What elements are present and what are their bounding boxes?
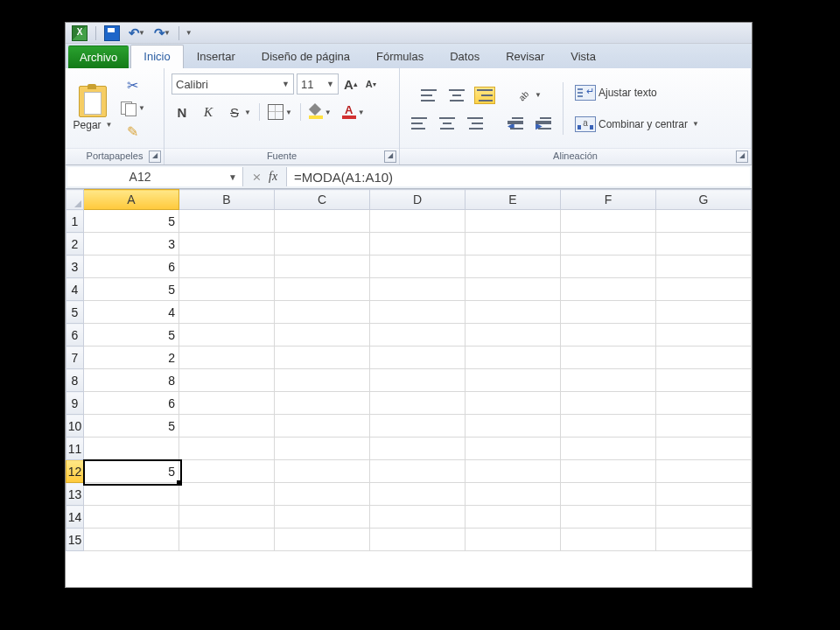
cell[interactable]	[466, 210, 561, 233]
merge-center-button[interactable]: Combinar y centrar ▼	[572, 114, 702, 135]
cell[interactable]	[84, 483, 179, 506]
column-header[interactable]: E	[466, 190, 561, 210]
cell[interactable]	[561, 301, 656, 324]
tab-review[interactable]: Revisar	[493, 45, 557, 68]
cell[interactable]	[466, 528, 561, 551]
cell[interactable]	[275, 256, 370, 278]
borders-button[interactable]: ▼	[265, 102, 295, 122]
cell[interactable]	[275, 392, 370, 415]
cut-button[interactable]: ✂	[124, 74, 141, 96]
cell[interactable]	[466, 438, 561, 460]
fill-handle[interactable]	[177, 480, 181, 485]
column-header[interactable]: C	[275, 190, 370, 210]
cell[interactable]	[370, 324, 466, 346]
cell[interactable]	[466, 460, 561, 483]
cell[interactable]	[275, 438, 370, 460]
row-header[interactable]: 12	[66, 460, 84, 483]
fx-button[interactable]: fx	[269, 170, 277, 184]
cell[interactable]	[179, 301, 275, 324]
column-header[interactable]: F	[561, 190, 656, 210]
cell[interactable]	[84, 528, 179, 551]
tab-page-layout[interactable]: Diseño de página	[248, 45, 363, 68]
undo-button[interactable]: ↶▼	[126, 23, 148, 44]
cell[interactable]: 5	[84, 278, 179, 301]
cell[interactable]	[179, 369, 275, 392]
cell[interactable]	[275, 278, 370, 301]
cell[interactable]	[179, 346, 275, 369]
cell[interactable]	[370, 256, 466, 278]
cell[interactable]: 8	[84, 369, 179, 392]
grow-font-button[interactable]: A▴	[341, 74, 360, 94]
cell[interactable]: 3	[84, 233, 179, 256]
cell[interactable]	[275, 506, 370, 528]
cell[interactable]	[466, 278, 561, 301]
cell[interactable]	[275, 346, 370, 369]
row-header[interactable]: 15	[66, 528, 84, 551]
qat-customize[interactable]: ▼	[185, 26, 195, 39]
cell[interactable]	[561, 483, 656, 506]
cell[interactable]: 6	[84, 392, 179, 415]
dialog-launcher[interactable]: ◢	[384, 150, 396, 163]
cell[interactable]	[656, 392, 752, 415]
row-header[interactable]: 14	[66, 506, 84, 528]
column-header[interactable]: A	[84, 190, 179, 210]
font-color-button[interactable]: A▼	[340, 102, 368, 122]
cell[interactable]	[561, 460, 656, 483]
cancel-icon[interactable]: ⨯	[252, 171, 262, 184]
cell[interactable]	[370, 301, 466, 324]
cell[interactable]	[656, 324, 752, 346]
cell[interactable]	[561, 278, 656, 301]
cell[interactable]	[179, 415, 275, 438]
cell[interactable]	[275, 460, 370, 483]
row-header[interactable]: 3	[66, 256, 84, 278]
row-header[interactable]: 1	[66, 210, 84, 233]
cell[interactable]	[179, 256, 275, 278]
column-header[interactable]: B	[179, 190, 275, 210]
align-right-button[interactable]	[465, 115, 486, 132]
cell[interactable]	[466, 415, 561, 438]
row-header[interactable]: 5	[66, 301, 84, 324]
cell[interactable]	[370, 392, 466, 415]
cell[interactable]	[370, 438, 466, 460]
cell[interactable]: 6	[84, 256, 179, 278]
cell[interactable]	[561, 438, 656, 460]
cell[interactable]	[370, 528, 466, 551]
app-icon[interactable]: X	[69, 23, 90, 44]
cell[interactable]	[179, 506, 275, 528]
tab-view[interactable]: Vista	[557, 45, 609, 68]
chevron-down-icon[interactable]: ▼	[164, 29, 171, 37]
tab-insert[interactable]: Insertar	[184, 45, 248, 68]
font-name-select[interactable]: Calibri▼	[172, 74, 294, 94]
row-header[interactable]: 13	[66, 483, 84, 506]
align-left-button[interactable]	[409, 115, 430, 132]
cell[interactable]	[656, 528, 752, 551]
cell[interactable]	[561, 233, 656, 256]
chevron-down-icon[interactable]: ▼	[228, 172, 242, 182]
redo-button[interactable]: ↷▼	[151, 23, 173, 44]
shrink-font-button[interactable]: A▾	[363, 76, 379, 92]
increase-indent-button[interactable]: ▶	[533, 115, 554, 132]
row-header[interactable]: 9	[66, 392, 84, 415]
cell[interactable]	[656, 301, 752, 324]
orientation-button[interactable]: ▼	[514, 85, 544, 106]
cell[interactable]	[561, 415, 656, 438]
cell[interactable]: 2	[84, 346, 179, 369]
cell[interactable]	[656, 483, 752, 506]
cell[interactable]	[466, 506, 561, 528]
fill-color-button[interactable]: ▼	[306, 102, 334, 122]
cell[interactable]	[179, 483, 275, 506]
tab-file[interactable]: Archivo	[68, 46, 129, 68]
bold-button[interactable]: N	[172, 102, 192, 122]
cell[interactable]	[656, 506, 752, 528]
cell[interactable]	[84, 506, 179, 528]
cell[interactable]	[179, 460, 275, 483]
tab-home[interactable]: Inicio	[130, 45, 183, 68]
name-box[interactable]: A12 ▼	[67, 167, 243, 186]
row-header[interactable]: 6	[66, 324, 84, 346]
column-header[interactable]: D	[370, 190, 466, 210]
cell[interactable]	[179, 324, 275, 346]
cell[interactable]: 5	[84, 210, 179, 233]
row-header[interactable]: 8	[66, 369, 84, 392]
cell[interactable]: 5	[84, 324, 179, 346]
cell[interactable]	[370, 346, 466, 369]
